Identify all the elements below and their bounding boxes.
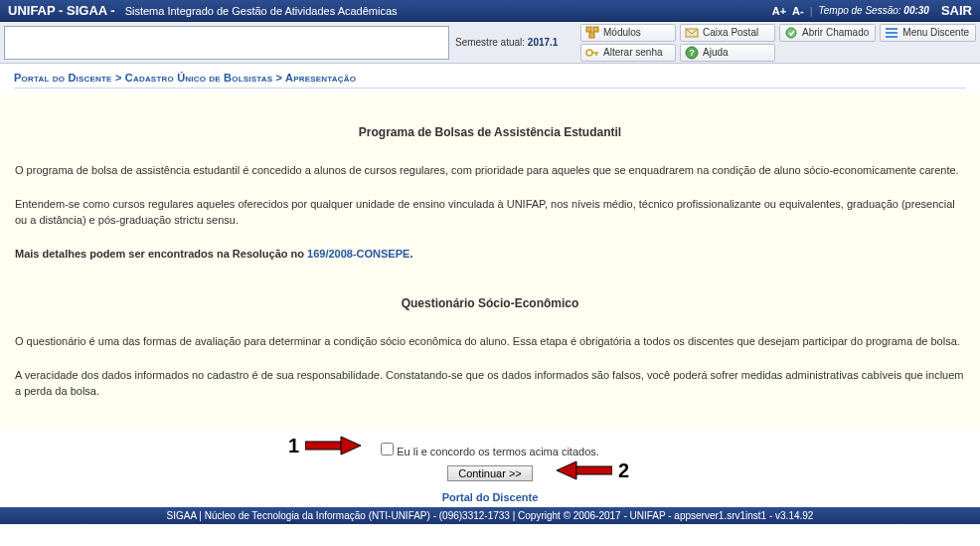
section-title-questionario: Questionário Sócio-Econômico (15, 296, 965, 310)
semestre-info: Semestre atual: 2017.1 (455, 37, 558, 48)
paragraph-5: A veracidade dos dados informados no cad… (15, 368, 965, 400)
modules-icon (585, 26, 599, 40)
section-title-programa: Programa de Bolsas de Assistência Estuda… (15, 125, 965, 139)
annotation-2-number: 2 (618, 459, 629, 482)
increase-font-button[interactable]: A+ (772, 5, 786, 17)
menu-discente-label: Menu Discente (902, 27, 969, 38)
svg-rect-5 (886, 28, 898, 30)
caixa-postal-label: Caixa Postal (703, 27, 758, 38)
paragraph-3: Mais detalhes podem ser encontrados na R… (15, 247, 965, 263)
help-icon: ? (685, 46, 699, 60)
agree-label[interactable]: Eu li e concordo os termos acima citados… (397, 446, 599, 457)
svg-rect-7 (886, 36, 898, 38)
p3-text-b: . (409, 248, 412, 260)
svg-rect-6 (886, 32, 898, 34)
breadcrumb-sep: > (115, 72, 122, 84)
system-name: UNIFAP - SIGAA - (8, 3, 115, 18)
menu-discente-button[interactable]: Menu Discente (880, 24, 976, 42)
modulos-label: Módulos (603, 27, 641, 38)
annotation-1: 1 (288, 435, 361, 457)
ticket-icon (784, 26, 798, 40)
semestre-value: 2017.1 (528, 37, 559, 48)
p3-text-a: Mais detalhes podem ser encontrados na R… (15, 248, 307, 260)
svg-rect-1 (593, 27, 598, 32)
svg-marker-15 (557, 461, 576, 479)
svg-rect-0 (586, 27, 591, 32)
breadcrumb-link-portal[interactable]: Portal do Discente (14, 72, 112, 84)
paragraph-2: Entendem-se como cursos regulares aquele… (15, 197, 965, 229)
svg-rect-16 (576, 466, 612, 474)
breadcrumb-current: Apresentação (285, 72, 356, 84)
breadcrumb-bar: Portal do Discente > Cadastro Único de B… (0, 64, 980, 94)
svg-marker-14 (341, 437, 361, 455)
arrow-right-icon (305, 435, 361, 456)
menu-icon (885, 26, 898, 40)
svg-rect-2 (589, 33, 594, 38)
footer: SIGAA | Núcleo de Tecnologia da Informaç… (0, 507, 980, 524)
agree-row: 1 Eu li e concordo os termos acima citad… (0, 437, 980, 457)
breadcrumb-link-cadastro[interactable]: Cadastro Único de Bolsistas (125, 72, 272, 84)
breadcrumb: Portal do Discente > Cadastro Único de B… (14, 72, 966, 89)
portal-link-row: Portal do Discente (0, 487, 980, 507)
annotation-1-number: 1 (288, 435, 299, 457)
svg-text:?: ? (689, 48, 695, 58)
mail-icon (685, 26, 699, 40)
key-icon (585, 46, 599, 60)
session-label-text: Tempo de Sessão: (819, 5, 901, 16)
semestre-label: Semestre atual: (455, 37, 525, 48)
resolucao-link[interactable]: 169/2008-CONSEPE (307, 248, 409, 260)
paragraph-4: O questionário é uma das formas de avali… (15, 334, 965, 350)
abrir-chamado-button[interactable]: Abrir Chamado (779, 24, 876, 42)
breadcrumb-sep: > (276, 72, 283, 84)
system-description: Sistema Integrado de Gestão de Atividade… (125, 5, 398, 17)
session-time: 00:30 (903, 5, 929, 16)
paragraph-1: O programa de bolsa de assistência estud… (15, 163, 965, 179)
user-info-box (4, 26, 449, 60)
alterar-senha-button[interactable]: Alterar senha (580, 44, 676, 62)
decrease-font-button[interactable]: A- (792, 5, 804, 17)
top-bar: UNIFAP - SIGAA - Sistema Integrado de Ge… (0, 0, 980, 22)
content-area: Programa de Bolsas de Assistência Estuda… (0, 94, 980, 429)
portal-discente-link[interactable]: Portal do Discente (442, 491, 539, 503)
alterar-senha-label: Alterar senha (603, 47, 662, 58)
modulos-button[interactable]: Módulos (580, 24, 676, 42)
arrow-left-icon (557, 459, 612, 481)
toolbar-row: Semestre atual: 2017.1 Módulos Caixa Pos… (0, 22, 980, 64)
svg-point-4 (786, 28, 796, 38)
session-label: Tempo de Sessão: 00:30 (819, 5, 929, 16)
annotation-2: 2 (557, 459, 629, 482)
svg-point-8 (586, 50, 592, 56)
continuar-button[interactable]: Continuar >> (447, 465, 533, 481)
abrir-chamado-label: Abrir Chamado (802, 27, 869, 38)
svg-rect-13 (305, 442, 341, 450)
ajuda-label: Ajuda (703, 47, 729, 58)
continue-row: Continuar >> 2 (0, 463, 980, 487)
caixa-postal-button[interactable]: Caixa Postal (680, 24, 775, 42)
divider: | (810, 5, 813, 17)
agree-checkbox[interactable] (381, 443, 394, 455)
ajuda-button[interactable]: ? Ajuda (680, 44, 775, 62)
logout-button[interactable]: SAIR (941, 3, 972, 18)
toolbar-buttons: Módulos Caixa Postal Abrir Chamado Menu … (580, 24, 976, 62)
